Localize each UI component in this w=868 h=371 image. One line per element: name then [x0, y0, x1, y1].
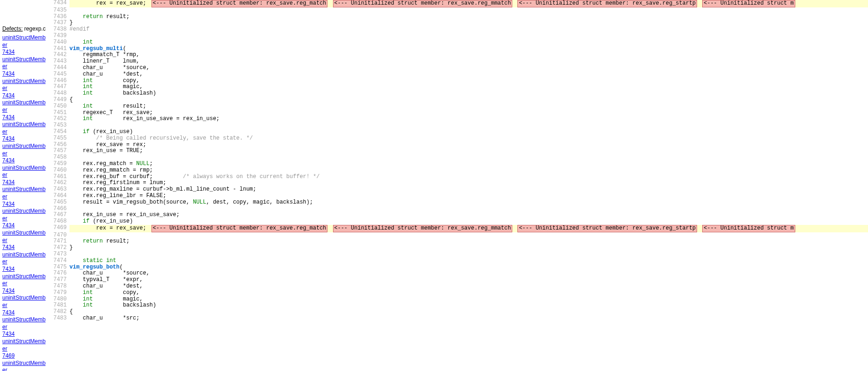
defect-link[interactable]: uninitStructMember — [2, 230, 49, 244]
line-number: 7481 — [51, 302, 69, 309]
code-line: 7465 result = vim_regsub_both(source, NU… — [51, 199, 868, 206]
code-line: 7470 — [51, 232, 868, 239]
code-line: 7479 int copy, — [51, 290, 868, 296]
code-line: 7471 return result; — [51, 238, 868, 245]
defect-line-link[interactable]: 7434 — [2, 157, 49, 165]
defect-link[interactable]: uninitStructMember — [2, 273, 49, 288]
code-content — [69, 122, 868, 129]
line-number: 7454 — [51, 129, 69, 135]
warning-badge: <--- Uninitialized struct member: rex_sa… — [333, 225, 513, 232]
warning-badge: <--- Uninitialized struct member: rex_sa… — [151, 0, 327, 7]
code-content: rex.reg_mmatch = rmp; — [69, 167, 868, 174]
code-content: { — [69, 309, 868, 315]
defect-link[interactable]: uninitStructMember — [2, 121, 49, 135]
warning-badge: <--- Uninitialized struct m — [702, 0, 795, 7]
code-content — [69, 206, 868, 212]
code-line: 7477 typval_T *expr, — [51, 277, 868, 283]
code-line: 7435 — [51, 7, 868, 14]
defects-label: Defects: — [2, 26, 23, 32]
code-content: /* Being called recursively, save the st… — [69, 135, 868, 142]
line-number: 7459 — [51, 161, 69, 167]
code-line: 7472} — [51, 245, 868, 251]
code-content: rex_in_use = rex_in_use_save; — [69, 212, 868, 218]
code-line: 7449{ — [51, 97, 868, 103]
defect-link[interactable]: uninitStructMember — [2, 165, 49, 179]
line-number: 7476 — [51, 270, 69, 277]
code-content: vim_regsub_both( — [69, 264, 868, 271]
code-content — [69, 251, 868, 258]
code-line: 7453 — [51, 122, 868, 129]
code-line: 7436 return result; — [51, 14, 868, 20]
code-content — [69, 7, 868, 14]
defect-link[interactable]: uninitStructMember — [2, 34, 49, 49]
defect-link[interactable]: uninitStructMember — [2, 208, 49, 222]
line-number: 7475 — [51, 264, 69, 271]
defect-line-link[interactable]: 7434 — [2, 135, 49, 143]
code-line: 7461 rex.reg_buf = curbuf; /* always wor… — [51, 174, 868, 180]
code-line: 7458 — [51, 154, 868, 161]
code-line: 7462 rex.reg_firstlnum = lnum; — [51, 180, 868, 186]
defect-line-link[interactable]: 7434 — [2, 288, 49, 295]
defect-line-link[interactable]: 7434 — [2, 92, 49, 100]
line-number: 7453 — [51, 122, 69, 129]
defect-line-link[interactable]: 7434 — [2, 114, 49, 122]
line-number: 7447 — [51, 84, 69, 90]
defect-list: uninitStructMember7434uninitStructMember… — [2, 34, 49, 371]
code-line: 7464 rex.reg_line_lbr = FALSE; — [51, 193, 868, 199]
code-content: char_u *source, — [69, 65, 868, 71]
defect-line-link[interactable]: 7434 — [2, 70, 49, 78]
code-line: 7448 int backslash) — [51, 90, 868, 97]
code-line: 7437} — [51, 20, 868, 26]
defect-line-link[interactable]: 7434 — [2, 179, 49, 186]
defect-link[interactable]: uninitStructMember — [2, 338, 49, 352]
warning-badge: <--- Uninitialized struct member: rex_sa… — [517, 225, 697, 232]
defect-link[interactable]: uninitStructMember — [2, 316, 49, 331]
line-number: 7478 — [51, 283, 69, 290]
code-content: int magic, — [69, 84, 868, 90]
code-content: int backslash) — [69, 90, 868, 97]
defect-line-link[interactable]: 7434 — [2, 309, 49, 317]
defect-line-link[interactable]: 7434 — [2, 244, 49, 251]
line-number: 7448 — [51, 90, 69, 97]
line-number: 7472 — [51, 245, 69, 251]
code-content: char_u *src; — [69, 315, 868, 322]
defect-line-link[interactable]: 7434 — [2, 266, 49, 273]
defect-link[interactable]: uninitStructMember — [2, 143, 49, 157]
code-content: if (rex_in_use) — [69, 218, 868, 225]
defect-link[interactable]: uninitStructMember — [2, 56, 49, 70]
defect-link[interactable]: uninitStructMember — [2, 251, 49, 266]
code-line: 7463 rex.reg_maxline = curbuf->b_ml.ml_l… — [51, 186, 868, 193]
code-line: 7474 static int — [51, 258, 868, 264]
defect-link[interactable]: uninitStructMember — [2, 78, 49, 92]
line-number: 7483 — [51, 315, 69, 322]
line-number: 7463 — [51, 186, 69, 193]
defect-line-link[interactable]: 7434 — [2, 222, 49, 230]
code-content: rex.reg_line_lbr = FALSE; — [69, 193, 868, 199]
code-content: int copy, — [69, 78, 868, 84]
code-content: if (rex_in_use) — [69, 129, 868, 135]
defect-link[interactable]: uninitStructMember — [2, 186, 49, 200]
defect-link[interactable]: uninitStructMember — [2, 360, 49, 371]
defect-line-link[interactable]: 7434 — [2, 49, 49, 56]
code-line: 7473 — [51, 251, 868, 258]
line-number: 7440 — [51, 39, 69, 46]
defect-link[interactable]: uninitStructMember — [2, 99, 49, 114]
defect-link[interactable]: uninitStructMember — [2, 294, 49, 309]
line-number: 7445 — [51, 71, 69, 78]
line-number: 7442 — [51, 52, 69, 58]
code-line: 7450 int result; — [51, 103, 868, 110]
code-content: char_u *dest, — [69, 71, 868, 78]
code-content: typval_T *expr, — [69, 277, 868, 283]
defect-line-link[interactable]: 7469 — [2, 352, 49, 360]
line-number: 7439 — [51, 33, 69, 39]
code-line: 7445 char_u *dest, — [51, 71, 868, 78]
defect-line-link[interactable]: 7434 — [2, 201, 49, 208]
code-line: 7476 char_u *source, — [51, 270, 868, 277]
line-number: 7469 — [51, 225, 69, 232]
code-content: char_u *dest, — [69, 283, 868, 290]
code-line: 7444 char_u *source, — [51, 65, 868, 71]
code-line: 7469 rex = rex_save; <--- Uninitialized … — [51, 225, 868, 232]
line-number: 7474 — [51, 258, 69, 264]
line-number: 7443 — [51, 58, 69, 65]
defect-line-link[interactable]: 7434 — [2, 331, 49, 338]
